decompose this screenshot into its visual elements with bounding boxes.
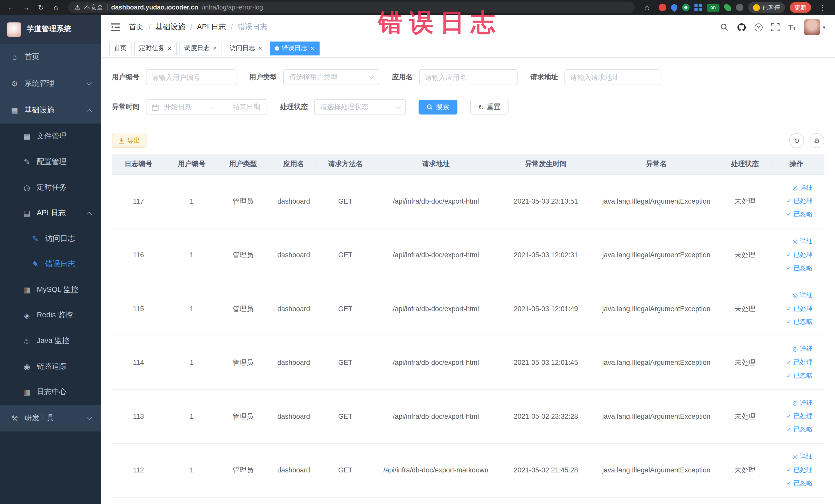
mark-processed-link[interactable]: ✓已处理 xyxy=(771,356,813,369)
sidebar-item-dev-tools[interactable]: ⚒ 研发工具 xyxy=(0,405,101,431)
close-icon[interactable]: × xyxy=(167,45,172,52)
tab-home[interactable]: 首页 xyxy=(109,41,131,55)
sidebar-filler xyxy=(0,431,101,504)
forward-icon[interactable]: → xyxy=(19,1,33,14)
mark-ignored-link[interactable]: ✓已忽略 xyxy=(771,262,813,275)
column-settings-button[interactable]: ⚙ xyxy=(809,133,824,148)
extension-icon-dark[interactable] xyxy=(736,4,744,11)
cell-request-method: GET xyxy=(320,389,371,443)
font-size-icon[interactable]: TT xyxy=(788,23,796,31)
sidebar-item-log-center[interactable]: ▥ 日志中心 xyxy=(0,379,101,405)
export-button[interactable]: 导出 xyxy=(112,134,147,148)
check-icon: ✓ xyxy=(787,480,791,486)
reload-icon[interactable]: ↻ xyxy=(34,1,48,14)
address-bar[interactable]: ⚠ 不安全 dashboard.yudao.iocoder.cn/infra/l… xyxy=(68,2,635,13)
process-status-select[interactable]: 请选择处理状态 xyxy=(314,99,406,115)
sidebar-item-redis-monitor[interactable]: ◈ Redis 监控 xyxy=(0,302,101,328)
sidebar-item-config-management[interactable]: ✎ 配置管理 xyxy=(0,149,101,175)
detail-link[interactable]: ◎详细 xyxy=(771,397,813,410)
mark-ignored-link[interactable]: ✓已忽略 xyxy=(771,477,813,490)
sidebar-item-link-trace[interactable]: ◉ 链路追踪 xyxy=(0,354,101,380)
check-icon: ✓ xyxy=(787,319,791,325)
sidebar-item-system-management[interactable]: ⚙ 系统管理 xyxy=(0,70,101,97)
extension-icon-leaf[interactable] xyxy=(724,4,731,11)
cell-exception-time: 2021-05-03 12:01:49 xyxy=(501,282,591,336)
fullscreen-icon[interactable] xyxy=(770,22,780,32)
detail-link[interactable]: ◎详细 xyxy=(771,343,813,356)
back-icon[interactable]: ← xyxy=(4,1,18,14)
bookmark-star-icon[interactable]: ☆ xyxy=(640,1,654,14)
app-name-input[interactable] xyxy=(425,73,512,81)
extension-icon-red[interactable] xyxy=(659,4,666,11)
close-icon[interactable]: × xyxy=(212,45,218,52)
sidebar-item-file-management[interactable]: ▤ 文件管理 xyxy=(0,123,101,149)
mark-processed-link[interactable]: ✓已处理 xyxy=(771,248,813,262)
sidebar-item-label: API 日志 xyxy=(37,208,66,218)
mark-ignored-link[interactable]: ✓已忽略 xyxy=(771,208,813,221)
eye-icon: ◎ xyxy=(793,239,798,244)
extensions-puzzle-icon[interactable] xyxy=(694,4,702,11)
user-type-select[interactable]: 请选择用户类型 xyxy=(283,69,379,85)
check-icon: ✓ xyxy=(787,360,791,365)
tab-access-log[interactable]: 访问日志× xyxy=(225,41,267,55)
detail-link[interactable]: ◎详细 xyxy=(771,288,813,302)
paused-badge[interactable]: 已暂停 xyxy=(748,2,785,13)
table-row: 114 1 管理员 dashboard GET /api/infra/db-do… xyxy=(112,336,824,389)
table-header-row: 日志编号 用户编号 用户类型 应用名 请求方法名 请求地址 异常发生时间 异常名… xyxy=(112,154,824,174)
detail-link[interactable]: ◎详细 xyxy=(771,235,813,248)
table-row: 112 1 管理员 dashboard GET /api/infra/db-do… xyxy=(112,443,824,497)
user-menu[interactable]: ▾ xyxy=(804,19,826,35)
extension-on-badge[interactable]: on xyxy=(707,3,719,11)
mark-processed-link[interactable]: ✓已处理 xyxy=(771,463,813,477)
close-icon[interactable]: × xyxy=(258,45,263,52)
sidebar-item-infrastructure[interactable]: ▦ 基础设施 xyxy=(0,97,101,124)
help-icon[interactable]: ? xyxy=(754,23,762,31)
request-url-input[interactable] xyxy=(570,73,655,81)
browser-menu-icon[interactable]: ⋮ xyxy=(816,1,830,14)
sidebar-item-mysql-monitor[interactable]: ▦ MySQL 监控 xyxy=(0,277,101,303)
mark-processed-link[interactable]: ✓已处理 xyxy=(771,302,813,315)
sidebar-item-scheduled-jobs[interactable]: ◷ 定时任务 xyxy=(0,175,101,200)
github-icon[interactable] xyxy=(737,22,747,32)
search-button[interactable]: 搜索 xyxy=(419,100,457,115)
sidebar-item-home[interactable]: ⌂ 首页 xyxy=(0,44,101,70)
extension-icon-green[interactable] xyxy=(682,4,690,11)
search-icon[interactable] xyxy=(719,22,729,32)
cell-log-id: 115 xyxy=(112,282,165,336)
sidebar-item-label: 定时任务 xyxy=(37,183,66,192)
reset-button[interactable]: ↻ 重置 xyxy=(470,100,509,115)
mark-ignored-link[interactable]: ✓已忽略 xyxy=(771,423,813,436)
refresh-button[interactable]: ↻ xyxy=(789,133,804,148)
sidebar-item-java-monitor[interactable]: ♨ Java 监控 xyxy=(0,328,101,354)
menu-fold-icon[interactable] xyxy=(111,23,120,31)
user-id-input[interactable] xyxy=(152,73,230,81)
mark-ignored-link[interactable]: ✓已忽略 xyxy=(771,369,813,383)
sidebar-item-error-log[interactable]: ✎ 错误日志 xyxy=(0,251,101,277)
home-icon[interactable]: ⌂ xyxy=(49,1,63,14)
address-divider xyxy=(107,4,107,11)
update-button[interactable]: 更新 xyxy=(790,2,811,13)
cell-user-id: 1 xyxy=(165,228,218,282)
cell-actions: ◎详细 ✓已处理 ✓已忽略 xyxy=(769,282,824,336)
sidebar-item-access-log[interactable]: ✎ 访问日志 xyxy=(0,226,101,251)
breadcrumb-home[interactable]: 首页 xyxy=(129,22,144,32)
mark-ignored-link[interactable]: ✓已忽略 xyxy=(771,315,813,329)
sidebar-item-api-log[interactable]: ▤ API 日志 xyxy=(0,200,101,226)
process-status-label: 处理状态 xyxy=(280,102,308,112)
close-icon[interactable]: × xyxy=(310,45,315,52)
detail-link[interactable]: ◎详细 xyxy=(771,450,813,463)
cell-exception-time: 2021-05-02 23:32:28 xyxy=(501,389,591,443)
end-date-placeholder: 结束日期 xyxy=(231,102,262,112)
extension-icon-blue-drop[interactable] xyxy=(670,3,679,12)
breadcrumb-infrastructure[interactable]: 基础设施 xyxy=(156,22,185,32)
exception-time-range-picker[interactable]: 开始日期 - 结束日期 xyxy=(146,99,267,115)
tab-schedule-log[interactable]: 调度日志× xyxy=(179,41,222,55)
tab-scheduled-jobs[interactable]: 定时任务× xyxy=(134,41,177,55)
check-icon: ✓ xyxy=(787,211,791,218)
mark-processed-link[interactable]: ✓已处理 xyxy=(771,194,813,208)
breadcrumb-api-log[interactable]: API 日志 xyxy=(197,22,226,32)
tab-error-log[interactable]: 错误日志× xyxy=(270,41,320,55)
app-title: 芋道管理系统 xyxy=(27,24,72,34)
mark-processed-link[interactable]: ✓已处理 xyxy=(771,409,813,423)
detail-link[interactable]: ◎详细 xyxy=(771,181,813,194)
